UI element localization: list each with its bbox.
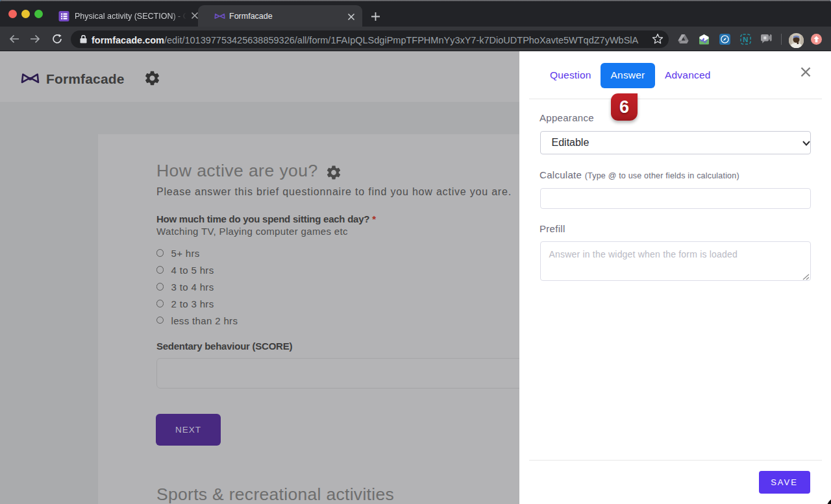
svg-text:N: N xyxy=(743,35,748,43)
